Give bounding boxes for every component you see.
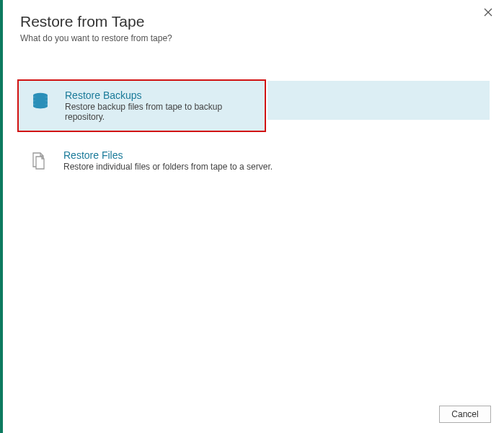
option-description: Restore backup files from tape to backup… <box>65 102 257 122</box>
dialog-title: Restore from Tape <box>20 13 487 30</box>
files-icon <box>27 149 50 172</box>
dialog-subtitle: What do you want to restore from tape? <box>20 33 487 43</box>
svg-point-5 <box>33 104 48 108</box>
option-restore-files[interactable]: Restore Files Restore individual files o… <box>17 141 490 181</box>
close-icon <box>484 7 492 19</box>
option-title: Restore Backups <box>65 89 257 101</box>
selection-highlight <box>268 81 490 120</box>
option-text: Restore Backups Restore backup files fro… <box>65 89 257 122</box>
database-icon <box>29 89 52 113</box>
option-text: Restore Files Restore individual files o… <box>63 149 273 172</box>
option-description: Restore individual files or folders from… <box>63 162 273 172</box>
dialog-header: Restore from Tape What do you want to re… <box>3 0 504 51</box>
dialog-footer: Cancel <box>3 398 504 433</box>
cancel-button[interactable]: Cancel <box>439 406 491 423</box>
option-title: Restore Files <box>63 149 273 161</box>
dialog-content: Restore Backups Restore backup files fro… <box>3 51 504 398</box>
restore-from-tape-dialog: Restore from Tape What do you want to re… <box>0 0 504 433</box>
close-button[interactable] <box>481 6 495 20</box>
option-restore-backups[interactable]: Restore Backups Restore backup files fro… <box>17 79 266 132</box>
